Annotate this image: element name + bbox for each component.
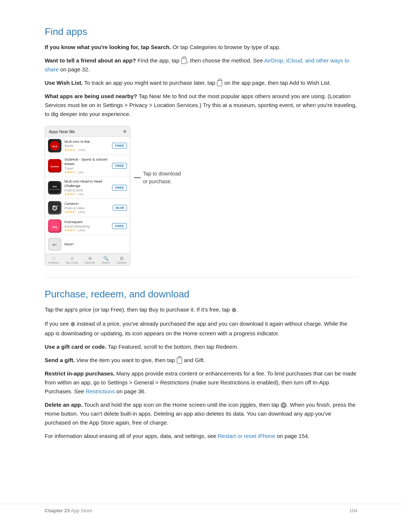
app-free-button[interactable]: FREE — [112, 223, 127, 229]
app-name: Camera+ — [64, 201, 110, 206]
app-icon-mlb2: MLB Head to Head — [48, 181, 61, 194]
svg-rect-7 — [50, 203, 60, 213]
app-stars: ★★★★☆ (148) — [64, 148, 109, 152]
nav-label: Near Me — [85, 261, 95, 264]
app-info-mlbh2h: MLB.com Head to Head Challenge Food & Dr… — [64, 179, 109, 196]
list-item: StubHub StubHub - Sports & concert ticke… — [45, 155, 130, 177]
para1-bold: If you know what you're looking for, tap… — [45, 44, 171, 50]
app-icon-mlb: MLB — [48, 139, 61, 152]
nav-near-me: ⊕ Near Me — [85, 256, 95, 264]
svg-text:MLB: MLB — [52, 145, 58, 148]
app-category: Sports — [64, 144, 109, 148]
find-apps-title: Find apps — [45, 26, 357, 38]
arrow-line — [134, 177, 141, 178]
cloud-download-icon: ⊕ — [232, 307, 236, 313]
para2-bold: Want to tell a friend about an app? — [45, 57, 136, 64]
para1-rest: Or tap Categories to browse by type of a… — [173, 44, 281, 50]
top-charts-icon: ≡ — [69, 256, 75, 261]
app-icon-camera — [48, 201, 61, 215]
purchase-para7: For information about erasing all of you… — [45, 432, 357, 441]
para3-rest: To track an app you might want to purcha… — [84, 80, 217, 86]
find-apps-para1: If you know what you're looking for, tap… — [45, 43, 357, 52]
app-info-stubhub: StubHub - Sports & concert tickets Trave… — [64, 157, 109, 174]
app-name: StubHub - Sports & concert tickets — [64, 157, 109, 167]
app-stars: ★★★★☆ (20) — [64, 171, 109, 174]
app-stars: ★★★★☆ (292) — [64, 229, 109, 232]
app-icon-stubhub: StubHub — [48, 159, 61, 173]
footer-chapter-label: Chapter 23 — [45, 508, 70, 513]
nav-top-charts: ≡ Top Charts — [66, 256, 78, 264]
purchase-para1: Tap the app's price (or tap Free), then … — [45, 305, 357, 315]
restrict-bold: Restrict in-app purchases. — [45, 370, 115, 377]
phone-title: Apps Near Me — [49, 129, 75, 134]
app-name: MLB.com At Bat — [64, 139, 109, 144]
app-stars: ★★★★☆ (203) — [64, 210, 110, 214]
share-icon2 — [177, 358, 182, 364]
nav-label: Updates — [117, 261, 127, 264]
app-icon-muni: M+ — [48, 238, 61, 251]
phone-mockup: Apps Near Me ≡ MLB MLB.com At Bat Sport — [45, 126, 130, 266]
list-item: MLB MLB.com At Bat Sports ★★★★☆ (148) FR… — [45, 137, 130, 155]
svg-text:MLB: MLB — [53, 186, 57, 188]
list-item: Camera+ Photo & Video ★★★★☆ (203) $0.99 — [45, 199, 130, 217]
delete-bold: Delete an app. — [45, 402, 83, 408]
svg-text:Head to Head: Head to Head — [50, 188, 60, 190]
footer: Chapter 23 App Store 104 — [0, 504, 402, 513]
svg-text:M+: M+ — [52, 243, 57, 246]
purchase-para6: Delete an app. Touch and hold the app ic… — [45, 400, 357, 427]
footer-page-number: 104 — [349, 508, 357, 513]
phone-bottom-nav: ☆ Featured ≡ Top Charts ⊕ Near Me 🔍 Sear… — [45, 254, 130, 265]
purchase-title: Purchase, redeem, and download — [45, 288, 357, 300]
nav-label: Top Charts — [66, 261, 78, 264]
purchase-para4: Send a gift. View the item you want to g… — [45, 356, 357, 365]
find-apps-para4: What apps are being used nearby? Tap Nea… — [45, 92, 357, 119]
app-category: Photo & Video — [64, 206, 110, 210]
app-name: MLB.com Head to Head Challenge — [64, 179, 109, 188]
svg-text:StubHub: StubHub — [51, 165, 60, 168]
app-icon-foursquare: 4sq — [48, 219, 61, 233]
nav-featured: ☆ Featured — [48, 256, 59, 264]
featured-icon: ☆ — [51, 256, 57, 261]
list-item: MLB Head to Head MLB.com Head to Head Ch… — [45, 177, 130, 199]
app-free-button[interactable]: FREE — [112, 185, 127, 191]
para4-bold: What apps are being used nearby? — [45, 93, 137, 99]
app-info-muni: Muni+ — [64, 242, 127, 246]
app-category: Food & Drink — [64, 188, 109, 193]
app-name: Muni+ — [64, 242, 127, 246]
phone-title-bar: Apps Near Me ≡ — [45, 126, 130, 137]
nav-label: Search — [102, 261, 110, 264]
app-free-button[interactable]: FREE — [112, 163, 127, 169]
app-category: Travel — [64, 167, 109, 171]
updates-icon: ⊞ — [119, 256, 125, 261]
svg-point-11 — [57, 206, 58, 207]
phone-mockup-container: Apps Near Me ≡ MLB MLB.com At Bat Sport — [45, 126, 357, 266]
section-divider — [45, 277, 357, 277]
nav-search: 🔍 Search — [102, 256, 110, 264]
app-info-camera: Camera+ Photo & Video ★★★★☆ (203) — [64, 201, 110, 214]
list-item: M+ Muni+ — [45, 235, 130, 254]
footer-chapter: Chapter 23 App Store — [45, 508, 92, 513]
app-free-button[interactable]: FREE — [112, 143, 127, 149]
phone-app-list: MLB MLB.com At Bat Sports ★★★★☆ (148) FR… — [45, 137, 130, 254]
footer-section: App Store — [71, 508, 92, 513]
find-apps-para3: Use Wish List. To track an app you might… — [45, 78, 357, 87]
find-apps-section: Find apps If you know what you're lookin… — [45, 26, 357, 266]
cloud-icon-inline: ⊕ — [70, 321, 75, 327]
gift-card-bold: Use a gift card or code. — [45, 344, 106, 350]
purchase-section: Purchase, redeem, and download Tap the a… — [45, 288, 357, 441]
app-info-foursquare: Foursquare Social Networking ★★★★☆ (292) — [64, 220, 109, 232]
restrictions-link[interactable]: Restrictions — [86, 388, 115, 394]
purchase-para2: If you see ⊕ instead of a price, you've … — [45, 319, 357, 338]
app-name: Foursquare — [64, 220, 109, 224]
svg-text:4sq: 4sq — [52, 226, 57, 229]
svg-rect-10 — [53, 206, 55, 207]
purchase-para3: Use a gift card or code. Tap Featured, s… — [45, 342, 357, 351]
menu-icon: ≡ — [123, 129, 126, 134]
app-category: Social Networking — [64, 225, 109, 229]
purchase-para5: Restrict in-app purchases. Many apps pro… — [45, 369, 357, 396]
find-apps-para2: Want to tell a friend about an app? Find… — [45, 56, 357, 74]
app-paid-button[interactable]: $0.99 — [113, 205, 127, 211]
restart-link[interactable]: Restart or reset iPhone — [218, 433, 275, 439]
near-me-icon: ⊕ — [87, 256, 93, 261]
app-info-mlb: MLB.com At Bat Sports ★★★★☆ (148) — [64, 139, 109, 152]
